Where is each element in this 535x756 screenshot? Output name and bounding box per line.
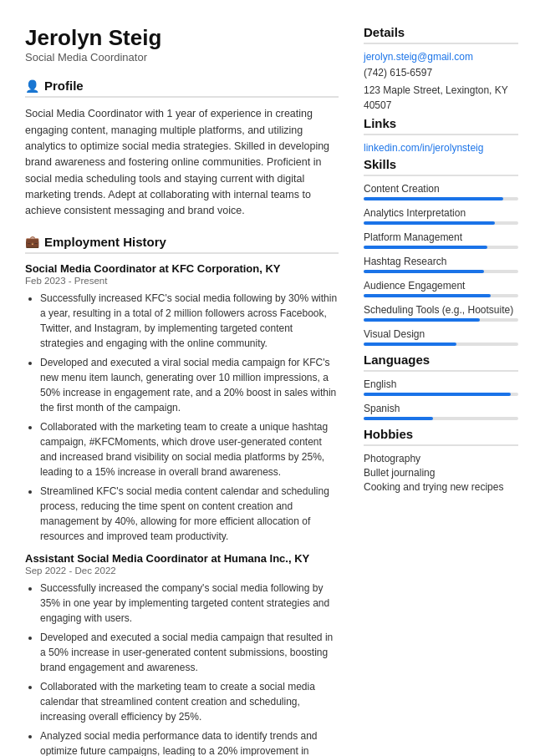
skill-item-3: Hashtag Research (364, 256, 518, 273)
employment-icon: 💼 (25, 235, 39, 248)
skill-bar-fill-5 (364, 318, 480, 322)
hobby-item-2: Cooking and trying new recipes (364, 481, 518, 493)
skill-label-3: Hashtag Research (364, 256, 518, 267)
skill-bar-fill-1 (364, 221, 495, 225)
skill-item-1: Analytics Interpretation (364, 207, 518, 225)
skill-item-6: Visual Design (364, 328, 518, 346)
employment-header: 💼 Employment History (25, 235, 339, 254)
job-2: Assistant Social Media Coordinator at Hu… (25, 552, 339, 756)
details-address: 123 Maple Street, Lexington, KY 40507 (364, 84, 518, 113)
links-header: Links (364, 116, 518, 135)
skill-item-0: Content Creation (364, 183, 518, 200)
skill-bar-bg-2 (364, 246, 518, 249)
job-1-bullet-3: Collaborated with the marketing team to … (40, 419, 339, 479)
profile-label: Profile (44, 79, 84, 93)
skill-bar-bg-5 (364, 318, 518, 322)
header: Jerolyn Steig Social Media Coordinator (25, 25, 339, 63)
skill-label-0: Content Creation (364, 183, 518, 195)
hobbies-header: Hobbies (364, 427, 518, 446)
employment-label: Employment History (44, 235, 166, 249)
job-2-bullet-1: Successfully increased the company's soc… (40, 581, 339, 626)
job-1-bullets: Successfully increased KFC's social medi… (25, 291, 339, 544)
skill-label-6: Visual Design (364, 328, 518, 340)
profile-header: 👤 Profile (25, 79, 339, 98)
details-email[interactable]: jerolyn.steig@gmail.com (364, 51, 518, 63)
employment-section: 💼 Employment History Social Media Coordi… (25, 235, 339, 756)
skill-label-5: Scheduling Tools (e.g., Hootsuite) (364, 304, 518, 316)
job-1-bullet-1: Successfully increased KFC's social medi… (40, 291, 339, 351)
profile-text: Social Media Coordinator with 1 year of … (25, 106, 339, 220)
job-2-bullet-4: Analyzed social media performance data t… (40, 728, 339, 756)
skill-bar-bg-1 (364, 221, 518, 225)
job-2-bullets: Successfully increased the company's soc… (25, 581, 339, 756)
skill-bar-bg-4 (364, 294, 518, 297)
lang-bar-fill-1 (364, 417, 433, 420)
skill-bar-bg-3 (364, 270, 518, 273)
job-1-title: Social Media Coordinator at KFC Corporat… (25, 262, 339, 275)
skill-label-1: Analytics Interpretation (364, 207, 518, 219)
job-1-bullet-2: Developed and executed a viral social me… (40, 355, 339, 415)
left-column: Jerolyn Steig Social Media Coordinator 👤… (25, 25, 339, 756)
skills-header: Skills (364, 157, 518, 176)
skill-item-5: Scheduling Tools (e.g., Hootsuite) (364, 304, 518, 322)
skill-bar-fill-6 (364, 342, 456, 346)
languages-header: Languages (364, 353, 518, 372)
hobby-item-1: Bullet journaling (364, 467, 518, 479)
job-2-title: Assistant Social Media Coordinator at Hu… (25, 552, 339, 565)
lang-label-0: English (364, 378, 518, 390)
skill-bar-fill-4 (364, 294, 491, 297)
right-column: Details jerolyn.steig@gmail.com (742) 61… (364, 25, 518, 756)
lang-label-1: Spanish (364, 403, 518, 414)
skill-bar-bg-0 (364, 197, 518, 200)
hobbies-section: Hobbies Photography Bullet journaling Co… (364, 427, 518, 493)
skill-item-2: Platform Management (364, 231, 518, 249)
page-container: Jerolyn Steig Social Media Coordinator 👤… (0, 0, 535, 756)
skill-bar-fill-3 (364, 270, 484, 273)
skill-label-4: Audience Engagement (364, 280, 518, 292)
skill-bar-bg-6 (364, 342, 518, 346)
details-section: Details jerolyn.steig@gmail.com (742) 61… (364, 25, 518, 113)
details-phone: (742) 615-6597 (364, 66, 518, 80)
profile-icon: 👤 (25, 79, 39, 93)
lang-bar-bg-1 (364, 417, 518, 420)
job-2-bullet-3: Collaborated with the marketing team to … (40, 679, 339, 724)
job-1-bullet-4: Streamlined KFC's social media content c… (40, 484, 339, 544)
details-header: Details (364, 25, 518, 44)
skill-item-4: Audience Engagement (364, 280, 518, 297)
languages-section: Languages English Spanish (364, 353, 518, 420)
hobby-item-0: Photography (364, 453, 518, 464)
lang-item-0: English (364, 378, 518, 396)
links-linkedin[interactable]: linkedin.com/in/jerolynsteig (364, 142, 518, 154)
job-1: Social Media Coordinator at KFC Corporat… (25, 262, 339, 544)
links-section: Links linkedin.com/in/jerolynsteig (364, 116, 518, 154)
skill-label-2: Platform Management (364, 231, 518, 243)
job-1-dates: Feb 2023 - Present (25, 276, 339, 286)
resume-name: Jerolyn Steig (25, 25, 339, 51)
resume-title: Social Media Coordinator (25, 51, 339, 63)
lang-item-1: Spanish (364, 403, 518, 420)
job-2-dates: Sep 2022 - Dec 2022 (25, 566, 339, 576)
skill-bar-fill-2 (364, 246, 487, 249)
skill-bar-fill-0 (364, 197, 503, 200)
lang-bar-fill-0 (364, 393, 511, 396)
lang-bar-bg-0 (364, 393, 518, 396)
skills-section: Skills Content Creation Analytics Interp… (364, 157, 518, 346)
profile-section: 👤 Profile Social Media Coordinator with … (25, 79, 339, 220)
job-2-bullet-2: Developed and executed a social media ca… (40, 630, 339, 675)
